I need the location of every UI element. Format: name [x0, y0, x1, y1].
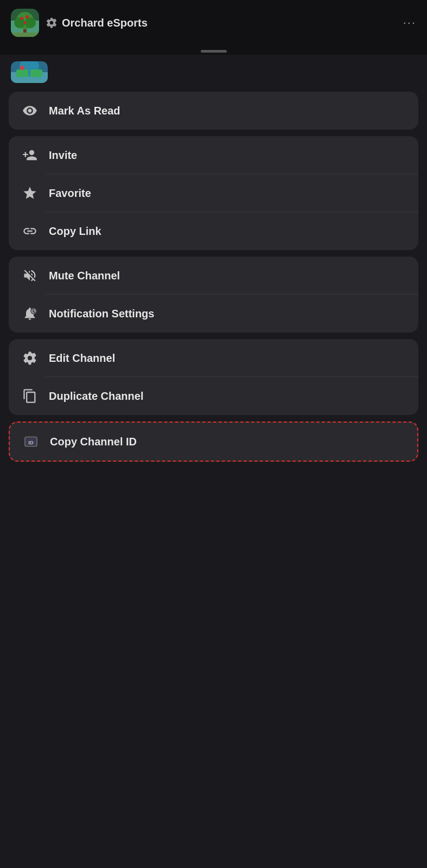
svg-rect-13: [16, 69, 28, 77]
copy-id-icon: ID: [23, 433, 39, 450]
menu-group-actions: Invite Favorite Copy Link: [9, 136, 418, 250]
app-header: Orchard eSports ···: [0, 0, 427, 46]
menu-group-channel-manage: Edit Channel Duplicate Channel: [9, 339, 418, 415]
menu-group-read: Mark As Read: [9, 92, 418, 130]
svg-point-5: [25, 17, 36, 28]
duplicate-channel-item[interactable]: Duplicate Channel: [9, 377, 418, 415]
edit-channel-item[interactable]: Edit Channel: [9, 339, 418, 377]
copy-link-item[interactable]: Copy Link: [9, 212, 418, 250]
menu-content: Mark As Read Invite Favorite: [0, 87, 427, 466]
mark-as-read-label: Mark As Read: [49, 105, 120, 117]
scroll-indicator: [0, 46, 427, 55]
server-avatar: [11, 9, 39, 37]
mark-as-read-item[interactable]: Mark As Read: [9, 92, 418, 130]
svg-point-7: [26, 15, 29, 18]
more-options-button[interactable]: ···: [403, 16, 416, 30]
mute-icon: [22, 267, 38, 284]
notification-settings-icon: [22, 305, 38, 322]
copy-channel-id-label: Copy Channel ID: [50, 436, 137, 448]
svg-rect-9: [11, 33, 39, 37]
duplicate-channel-icon: [22, 388, 38, 404]
svg-point-4: [14, 17, 25, 28]
copy-link-label: Copy Link: [49, 225, 101, 238]
mute-channel-item[interactable]: Mute Channel: [9, 257, 418, 295]
mute-channel-label: Mute Channel: [49, 270, 120, 282]
duplicate-channel-label: Duplicate Channel: [49, 390, 143, 403]
invite-item[interactable]: Invite: [9, 136, 418, 174]
copy-channel-id-item[interactable]: ID Copy Channel ID: [10, 423, 417, 461]
notification-settings-item[interactable]: Notification Settings: [9, 295, 418, 333]
menu-group-copy-id: ID Copy Channel ID: [9, 422, 418, 462]
svg-rect-14: [30, 69, 42, 77]
star-icon: [22, 185, 38, 201]
edit-channel-label: Edit Channel: [49, 352, 115, 365]
partial-avatar-area: [0, 55, 427, 87]
invite-label: Invite: [49, 149, 77, 162]
svg-point-8: [24, 22, 27, 24]
server-settings-icon: [46, 17, 58, 29]
server-name-text: Orchard eSports: [62, 17, 148, 29]
svg-point-15: [20, 66, 24, 70]
notification-settings-label: Notification Settings: [49, 308, 154, 320]
server-name-header: Orchard eSports: [46, 17, 397, 29]
svg-text:ID: ID: [28, 440, 34, 445]
edit-channel-icon: [22, 350, 38, 366]
scroll-bar: [201, 50, 227, 53]
menu-group-notifications: Mute Channel Notification Settings: [9, 257, 418, 333]
partial-server-avatar: [11, 61, 48, 83]
favorite-label: Favorite: [49, 187, 91, 200]
eye-icon: [22, 103, 38, 119]
invite-icon: [22, 147, 38, 163]
svg-point-6: [20, 17, 23, 20]
link-icon: [22, 223, 38, 239]
favorite-item[interactable]: Favorite: [9, 174, 418, 212]
